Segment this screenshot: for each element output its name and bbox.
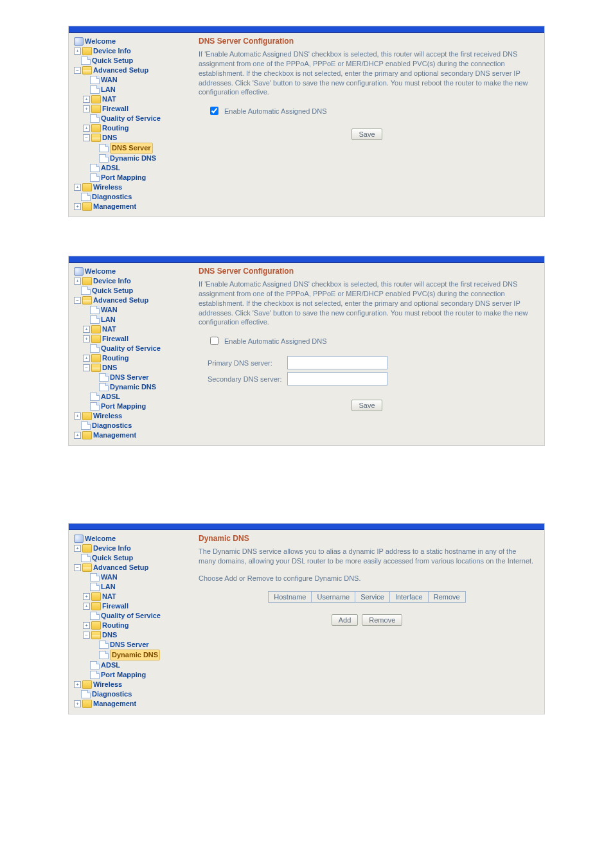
nav-wan[interactable]: WAN (101, 75, 118, 85)
expand-icon[interactable]: + (83, 593, 90, 600)
auto-dns-checkbox[interactable] (210, 337, 218, 345)
collapse-icon[interactable]: − (83, 134, 90, 141)
nav-nat[interactable]: NAT (102, 94, 116, 104)
nav-management[interactable]: Management (93, 430, 136, 440)
nav-qos[interactable]: Quality of Service (101, 344, 161, 353)
nav-port-mapping[interactable]: Port Mapping (101, 173, 146, 182)
nav-port-mapping[interactable]: Port Mapping (101, 670, 146, 680)
page-icon (90, 612, 100, 620)
nav-adsl[interactable]: ADSL (101, 392, 120, 402)
expand-icon[interactable]: + (74, 700, 81, 707)
expand-icon[interactable]: + (83, 125, 90, 132)
nav-advanced-setup[interactable]: Advanced Setup (93, 563, 148, 572)
expand-icon[interactable]: + (74, 681, 81, 688)
nav-device-info[interactable]: Device Info (93, 544, 131, 553)
nav-lan[interactable]: LAN (101, 315, 116, 324)
nav-adsl[interactable]: ADSL (101, 163, 120, 173)
nav-firewall[interactable]: Firewall (102, 104, 129, 114)
nav-routing[interactable]: Routing (102, 353, 129, 363)
page-icon (90, 583, 100, 591)
nav-quick-setup[interactable]: Quick Setup (92, 56, 133, 66)
nav-nat[interactable]: NAT (102, 592, 116, 601)
panel-dns-manual: Welcome +Device Info Quick Setup −Advanc… (68, 256, 545, 446)
nav-diagnostics[interactable]: Diagnostics (92, 689, 132, 699)
collapse-icon[interactable]: − (83, 364, 90, 371)
folder-icon (91, 105, 101, 113)
auto-dns-row[interactable]: Enable Automatic Assigned DNS (208, 335, 535, 347)
nav-wireless[interactable]: Wireless (93, 680, 122, 689)
page-icon (90, 306, 100, 314)
nav-advanced-setup[interactable]: Advanced Setup (93, 66, 148, 75)
page-icon (90, 315, 100, 324)
nav-lan[interactable]: LAN (101, 85, 116, 94)
nav-dns[interactable]: DNS (102, 133, 117, 143)
nav-wireless[interactable]: Wireless (93, 411, 122, 421)
nav-diagnostics[interactable]: Diagnostics (92, 192, 132, 202)
expand-icon[interactable]: + (74, 545, 81, 552)
expand-icon[interactable]: + (74, 432, 81, 439)
nav-adsl[interactable]: ADSL (101, 660, 120, 670)
nav-diagnostics[interactable]: Diagnostics (92, 421, 132, 430)
nav-dns-server[interactable]: DNS Server (110, 640, 149, 650)
nav-dynamic-dns[interactable]: Dynamic DNS (110, 382, 156, 392)
panel-dns-auto: Welcome +Device Info Quick Setup −Advanc… (68, 26, 545, 217)
remove-button[interactable]: Remove (362, 614, 402, 626)
page-icon (99, 383, 109, 391)
nav-routing[interactable]: Routing (102, 123, 129, 133)
nav-wan[interactable]: WAN (101, 572, 118, 582)
nav-quick-setup[interactable]: Quick Setup (92, 553, 133, 563)
expand-icon[interactable]: + (83, 622, 90, 629)
add-button[interactable]: Add (332, 614, 359, 626)
collapse-icon[interactable]: − (74, 67, 81, 74)
nav-welcome[interactable]: Welcome (85, 534, 116, 544)
auto-dns-checkbox[interactable] (210, 107, 218, 115)
nav-management[interactable]: Management (93, 202, 136, 211)
nav-welcome[interactable]: Welcome (85, 37, 116, 46)
nav-dns-server[interactable]: DNS Server (110, 373, 149, 382)
nav-dns[interactable]: DNS (102, 363, 117, 373)
auto-dns-row[interactable]: Enable Automatic Assigned DNS (208, 105, 535, 117)
nav-advanced-setup[interactable]: Advanced Setup (93, 296, 148, 305)
expand-icon[interactable]: + (83, 326, 90, 333)
nav-dns[interactable]: DNS (102, 630, 117, 640)
nav-nat[interactable]: NAT (102, 324, 116, 334)
expand-icon[interactable]: + (83, 96, 90, 103)
nav-lan[interactable]: LAN (101, 582, 116, 592)
expand-icon[interactable]: + (74, 203, 81, 210)
nav-welcome[interactable]: Welcome (85, 267, 116, 276)
nav-firewall[interactable]: Firewall (102, 334, 129, 344)
expand-icon[interactable]: + (74, 48, 81, 55)
expand-icon[interactable]: + (83, 603, 90, 610)
page-description: If 'Enable Automatic Assigned DNS' check… (199, 49, 535, 97)
table-header-row: Hostname Username Service Interface Remo… (269, 591, 465, 602)
nav-port-mapping[interactable]: Port Mapping (101, 402, 146, 411)
nav-dynamic-dns[interactable]: Dynamic DNS (110, 650, 160, 660)
nav-dns-server[interactable]: DNS Server (110, 143, 153, 154)
expand-icon[interactable]: + (74, 412, 81, 420)
expand-icon[interactable]: + (74, 278, 81, 285)
nav-management[interactable]: Management (93, 699, 136, 709)
expand-icon[interactable]: + (83, 105, 90, 112)
nav-dynamic-dns[interactable]: Dynamic DNS (110, 154, 156, 163)
nav-qos[interactable]: Quality of Service (101, 611, 161, 621)
folder-icon (91, 124, 101, 132)
nav-firewall[interactable]: Firewall (102, 601, 129, 611)
nav-quick-setup[interactable]: Quick Setup (92, 286, 133, 296)
nav-routing[interactable]: Routing (102, 621, 129, 630)
expand-icon[interactable]: + (74, 184, 81, 191)
expand-icon[interactable]: + (83, 335, 90, 342)
expand-icon[interactable]: + (83, 355, 90, 362)
secondary-dns-input[interactable] (287, 372, 387, 385)
save-button[interactable]: Save (351, 400, 382, 411)
save-button[interactable]: Save (351, 128, 382, 140)
nav-qos[interactable]: Quality of Service (101, 114, 161, 123)
nav-device-info[interactable]: Device Info (93, 276, 131, 286)
collapse-icon[interactable]: − (74, 297, 81, 304)
collapse-icon[interactable]: − (83, 632, 90, 639)
nav-device-info[interactable]: Device Info (93, 46, 131, 56)
nav-wireless[interactable]: Wireless (93, 182, 122, 192)
nav-tree: Welcome +Device Info Quick Setup −Advanc… (69, 263, 192, 445)
primary-dns-input[interactable] (287, 356, 387, 369)
nav-wan[interactable]: WAN (101, 305, 118, 315)
collapse-icon[interactable]: − (74, 564, 81, 571)
